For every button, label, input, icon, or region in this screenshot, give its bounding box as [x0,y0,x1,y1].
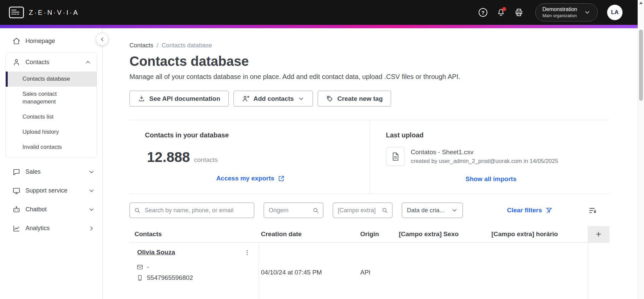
support-icon [12,187,20,195]
extra-field-filter-wrap [333,203,392,218]
breadcrumb-current: Contacts database [162,42,212,49]
contacts-count-title: Contacts in your database [145,131,356,139]
notification-dot [502,7,506,11]
phone-icon [137,274,143,281]
contact-name-link[interactable]: Olivia Souza [137,249,175,256]
sidebar-item-contacts-database[interactable]: Contacts database [6,72,97,87]
column-header-origin: Origin [358,230,397,238]
sidebar-item-label: Support service [25,187,67,194]
sidebar-item-homepage[interactable]: Homepage [0,32,102,50]
breadcrumb: Contacts / Contacts database [129,42,609,49]
sidebar-item-analytics[interactable]: Analytics [0,219,102,238]
chevron-down-icon [88,187,95,194]
table-row: Olivia Souza - 554796 [129,243,609,299]
sidebar-item-support-service[interactable]: Support service [0,181,102,200]
add-contacts-button[interactable]: Add contacts [233,91,313,106]
breadcrumb-contacts[interactable]: Contacts [129,42,153,49]
file-box [386,147,405,166]
create-new-tag-button[interactable]: Create new tag [318,91,391,106]
zenvia-logo[interactable]: Z·E·N·V·I·A [9,6,79,18]
clear-filters-link[interactable]: Clear filters [507,207,553,214]
column-header-creation-date: Creation date [259,230,358,238]
api-doc-icon [138,95,145,102]
sidebar-item-label: Sales [25,168,41,175]
sidebar-item-upload-history[interactable]: Upload history [6,125,97,140]
header-actions: ? Demonstration Main organiza [479,3,634,22]
chatbot-icon [12,206,20,214]
sidebar: Homepage Contacts Contacts database Sale… [0,28,103,299]
show-all-imports-link[interactable]: Show all imports [466,175,517,183]
filter-menu-button[interactable] [588,206,597,215]
contacts-icon [12,58,20,66]
org-name: Demonstration [542,6,577,13]
see-api-documentation-button[interactable]: See API documentation [129,91,229,106]
search-icon [381,207,388,214]
campo-extra-sexo-cell [397,243,489,299]
page-subtitle: Manage all of your contacts database in … [129,73,609,81]
avatar[interactable]: LA [607,5,623,20]
column-header-contacts: Contacts [129,230,259,238]
email-icon [137,264,143,270]
scroll-up-arrow[interactable] [638,0,644,5]
sidebar-item-contacts[interactable]: Contacts [6,53,97,72]
creation-date-cell: 04/10/24 at 07:45 PM [259,243,358,299]
page: Z·E·N·V·I·A ? [0,0,644,299]
chat-icon [12,168,20,176]
app-header: Z·E·N·V·I·A ? [0,0,644,25]
chevron-down-icon [451,207,458,214]
filter-bar: Data de cria... Clear filters [129,203,609,218]
scrollbar-thumb[interactable] [639,30,643,101]
search-input[interactable] [129,203,254,218]
scrollbar[interactable] [638,0,644,299]
kebab-menu-icon [244,249,251,256]
last-upload-row: Contatos - Sheet1.csv created by user_ad… [386,147,596,166]
add-column-body-cell [588,243,609,299]
zenvia-logo-icon [9,6,24,18]
contacts-count-unit: contacts [194,156,218,164]
row-menu-button[interactable] [244,249,251,257]
last-upload-panel: Last upload Contatos - Sheet1.csv create… [370,120,610,194]
contacts-table: Contacts Creation date Origin [Campo ext… [129,226,609,299]
contact-cell: Olivia Souza - 554796 [129,243,259,299]
contacts-count-panel: Contacts in your database 12.888 contact… [129,120,370,194]
brand-text: Z·E·N·V·I·A [29,9,79,16]
printer-button[interactable] [515,8,523,17]
access-exports-link[interactable]: Access my exports [216,175,285,182]
uploaded-file-meta: created by user_admin_2_prod@uorak.com i… [411,158,558,165]
sidebar-item-invalid-contacts[interactable]: Invalid contacts [6,140,97,155]
add-column-button[interactable]: + [588,226,609,242]
page-title: Contacts database [129,54,609,69]
uploaded-file-name: Contatos - Sheet1.csv [411,148,558,156]
column-header-campo-extra-sexo: [Campo extra] Sexo [397,230,489,238]
notifications-button[interactable] [497,8,505,17]
origin-filter-wrap [264,203,323,218]
help-button[interactable]: ? [479,8,487,17]
sidebar-item-sales-contact-management[interactable]: Sales contact management [6,87,97,110]
column-header-campo-extra-horario: [Campo extra] horário [489,230,588,238]
origin-cell: API [358,243,397,299]
add-contacts-icon [242,95,250,102]
chevron-down-icon [88,169,95,175]
home-icon [12,37,20,45]
contact-email: - [147,263,149,271]
main-content: Contacts / Contacts database Contacts da… [103,28,644,299]
contact-phone: 5547965596802 [147,274,193,282]
chevron-down-icon [298,95,305,102]
org-switcher[interactable]: Demonstration Main organization [535,3,598,22]
contacts-count-row: 12.888 contacts [145,149,356,165]
sidebar-item-label: Chatbot [25,206,47,213]
triangle-up-icon [639,2,643,4]
creation-date-filter[interactable]: Data de cria... [402,203,463,218]
sidebar-item-sales[interactable]: Sales [0,163,102,181]
org-text: Demonstration Main organization [542,6,577,19]
search-wrap [129,203,254,218]
sidebar-item-label: Contacts [25,59,49,66]
contact-phone-line: 5547965596802 [137,274,251,282]
sidebar-collapse-button[interactable] [96,33,108,45]
sidebar-item-chatbot[interactable]: Chatbot [0,200,102,219]
chevron-right-icon [88,225,95,232]
org-type: Main organization [542,13,577,19]
chevron-down-icon [584,9,591,16]
sidebar-item-contacts-list[interactable]: Contacts list [6,110,97,125]
chevron-left-icon [99,36,105,42]
